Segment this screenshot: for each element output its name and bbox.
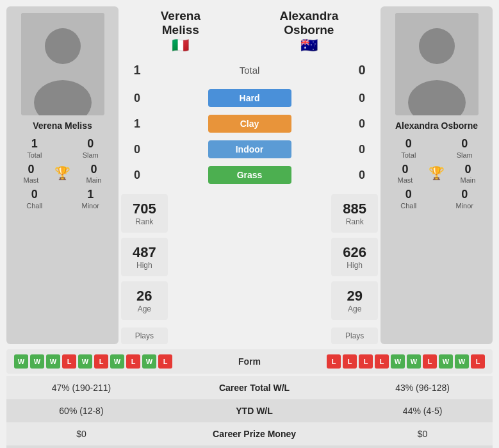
right-player-name: Alexandra Osborne: [395, 120, 478, 131]
form-badge-l: L: [471, 354, 485, 369]
stats-left-1: 60% (12-8): [6, 399, 156, 422]
left-stat-minor: 1 Minor: [68, 188, 114, 210]
right-trophy: 🏆: [429, 165, 445, 181]
total-label: Total: [240, 65, 260, 76]
form-badge-l: L: [158, 354, 172, 369]
surface-rows: 0 Hard 0 1 Clay 0 0 Indoor 0 0 Grass: [121, 85, 378, 188]
surface-row-grass: 0 Grass 0: [121, 162, 378, 188]
left-player-avatar: [21, 13, 104, 115]
right-rank-block: 885 Rank: [331, 194, 378, 233]
stats-label-3: YTD Titles: [156, 445, 352, 448]
clay-right-score: 0: [352, 117, 372, 131]
form-badge-w: W: [455, 354, 469, 369]
clay-left-score: 1: [127, 117, 147, 131]
left-rank-block: 705 Rank: [121, 194, 168, 233]
form-badge-w: W: [142, 354, 156, 369]
stats-right-1: 44% (4-5): [352, 399, 493, 422]
form-badge-l: L: [359, 354, 373, 369]
right-form-badges: LLLLWWLWWL: [282, 354, 486, 369]
stats-left-2: $0: [6, 422, 156, 445]
stats-right-2: $0: [352, 422, 493, 445]
right-trophy-icon: 🏆: [429, 165, 445, 181]
left-stat-chall: 0 Chall: [12, 188, 58, 210]
surface-row-clay: 1 Clay 0: [121, 111, 378, 137]
grass-right-score: 0: [352, 169, 372, 182]
left-player-name: Verena Meliss: [33, 120, 92, 131]
bottom-section: WWWLWLWLWL Form LLLLWWLWWL 47% (190-211)…: [6, 349, 493, 448]
right-stat-mast: 0 Mast: [386, 163, 425, 185]
form-badge-w: W: [46, 354, 60, 369]
top-section: Verena Meliss 1 Total 0 Slam 0 Mast 🏆: [6, 6, 493, 344]
trophy-icon: 🏆: [54, 165, 70, 181]
right-plays-block: Plays: [331, 328, 378, 344]
left-rank-stats: 705 Rank 487 High 26 Age Plays: [121, 194, 168, 344]
right-flag: 🇦🇺: [279, 37, 338, 54]
right-name-block: AlexandraOsborne 🇦🇺: [279, 9, 338, 54]
hard-left-score: 0: [127, 92, 147, 105]
left-name-block: VerenaMeliss 🇮🇹: [161, 9, 200, 54]
right-player-avatar: [395, 13, 479, 115]
stats-right-0: 43% (96-128): [352, 376, 493, 399]
stats-label-1: YTD W/L: [156, 399, 352, 422]
form-badge-l: L: [375, 354, 389, 369]
form-label: Form: [218, 356, 282, 367]
left-total-score: 1: [127, 63, 147, 78]
center-panel: VerenaMeliss 🇮🇹 AlexandraOsborne 🇦🇺 1 To…: [119, 6, 380, 344]
indoor-left-score: 0: [127, 143, 147, 156]
left-high-block: 487 High: [121, 238, 168, 276]
left-player-card: Verena Meliss 1 Total 0 Slam 0 Mast 🏆: [6, 6, 119, 344]
form-badge-w: W: [391, 354, 405, 369]
stats-row-1: 60% (12-8) YTD W/L 44% (4-5): [6, 399, 493, 422]
stats-right-3: 0: [352, 445, 493, 448]
left-age-block: 26 Age: [121, 281, 168, 320]
form-badge-l: L: [423, 354, 437, 369]
form-badge-w: W: [30, 354, 44, 369]
form-row: WWWLWLWLWL Form LLLLWWLWWL: [6, 349, 493, 374]
stats-label-2: Career Prize Money: [156, 422, 352, 445]
right-age-block: 29 Age: [331, 281, 378, 320]
center-spacer: [170, 194, 329, 344]
surface-row-indoor: 0 Indoor 0: [121, 137, 378, 162]
hard-right-score: 0: [352, 92, 372, 105]
stats-row-3: 0 YTD Titles 0: [6, 445, 493, 448]
right-total-score: 0: [352, 63, 372, 78]
rank-stats-row: 705 Rank 487 High 26 Age Plays: [121, 194, 378, 344]
right-stat-minor: 0 Minor: [442, 188, 488, 210]
surface-row-hard: 0 Hard 0: [121, 85, 378, 111]
hard-badge: Hard: [208, 89, 291, 107]
clay-badge: Clay: [208, 115, 291, 133]
form-badge-w: W: [407, 354, 421, 369]
right-stat-main: 0 Main: [448, 163, 487, 185]
right-player-card: Alexandra Osborne 0 Total 0 Slam 0 Mast …: [380, 6, 493, 344]
form-badge-l: L: [343, 354, 357, 369]
right-stat-slam: 0 Slam: [442, 137, 488, 159]
form-badge-l: L: [62, 354, 76, 369]
left-flag: 🇮🇹: [161, 37, 200, 54]
left-plays-block: Plays: [121, 328, 168, 344]
left-form-badges: WWWLWLWLWL: [14, 354, 218, 369]
stats-left-0: 47% (190-211): [6, 376, 156, 399]
left-stat-main: 0 Main: [74, 163, 113, 185]
stats-row-2: $0 Career Prize Money $0: [6, 422, 493, 445]
stats-left-3: 0: [6, 445, 156, 448]
left-trophy: 🏆: [54, 165, 70, 181]
form-badge-w: W: [110, 354, 124, 369]
indoor-badge: Indoor: [208, 140, 291, 158]
form-badge-l: L: [126, 354, 140, 369]
svg-point-4: [419, 28, 455, 64]
total-row: 1 Total 0: [121, 58, 378, 83]
stats-table: 47% (190-211) Career Total W/L 43% (96-1…: [6, 376, 493, 448]
form-badge-w: W: [439, 354, 453, 369]
right-stat-chall: 0 Chall: [386, 188, 432, 210]
stats-row-0: 47% (190-211) Career Total W/L 43% (96-1…: [6, 376, 493, 399]
form-badge-w: W: [78, 354, 92, 369]
main-container: Verena Meliss 1 Total 0 Slam 0 Mast 🏆: [0, 0, 499, 448]
stats-label-0: Career Total W/L: [156, 376, 352, 399]
right-high-block: 626 High: [331, 238, 378, 276]
right-stat-total: 0 Total: [386, 137, 432, 159]
right-rank-stats: 885 Rank 626 High 29 Age Plays: [331, 194, 378, 344]
grass-left-score: 0: [127, 169, 147, 182]
left-stat-slam: 0 Slam: [68, 137, 114, 159]
form-badge-l: L: [327, 354, 341, 369]
form-badge-l: L: [94, 354, 108, 369]
